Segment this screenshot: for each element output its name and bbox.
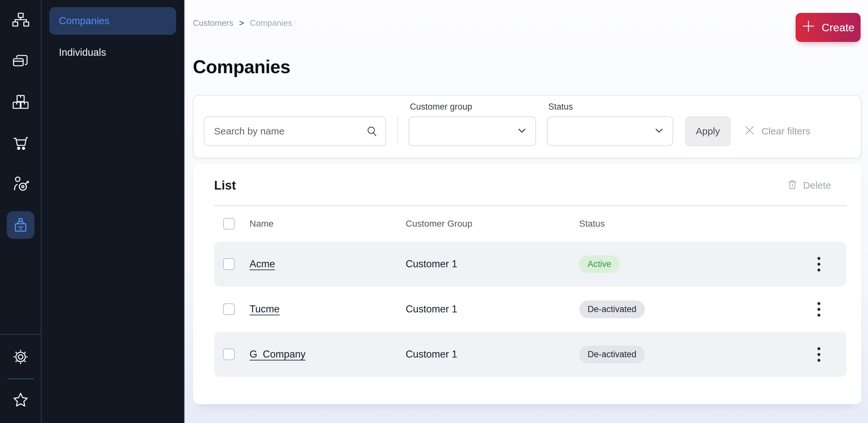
payments-card-icon [11, 52, 30, 70]
customers-badge-icon [11, 216, 30, 234]
list-card: List Delete Name Customer Group Status A [193, 163, 862, 404]
customers-subnav: Companies Individuals [41, 0, 184, 423]
customer-group-cell: Customer 1 [406, 303, 579, 315]
apply-button[interactable]: Apply [685, 116, 731, 146]
column-header-customer-group: Customer Group [406, 219, 579, 229]
status-badge: Active [579, 255, 620, 273]
status-field: Status [547, 102, 673, 146]
cart-icon [11, 134, 30, 152]
rail-divider [0, 334, 41, 335]
sidebar-item-customers[interactable] [7, 211, 34, 239]
row-menu-button[interactable] [809, 251, 828, 277]
row-checkbox[interactable] [223, 303, 235, 315]
breadcrumb: Customers > Companies [193, 13, 292, 28]
company-name-link[interactable]: Tucme [250, 303, 280, 315]
table-row: G CompanyCustomer 1De-activated [214, 332, 846, 377]
clear-filters-label: Clear filters [762, 126, 810, 137]
search-input[interactable] [204, 116, 386, 146]
breadcrumb-separator: > [239, 18, 244, 28]
breadcrumb-companies: Companies [250, 18, 292, 28]
sidebar-item-settings[interactable] [7, 343, 34, 371]
filters-card: Customer group Status [193, 95, 862, 158]
star-icon [11, 391, 30, 409]
sidebar-item-companies[interactable]: Companies [49, 7, 176, 35]
sidebar-item-payments[interactable] [7, 48, 34, 75]
products-boxes-icon [11, 93, 30, 111]
page-title: Companies [193, 56, 862, 77]
chevron-down-icon [654, 125, 664, 137]
customer-group-label: Customer group [409, 102, 536, 112]
trash-icon [787, 179, 798, 192]
icon-rail [0, 0, 41, 423]
filter-divider [397, 116, 398, 146]
rail-bottom [0, 334, 41, 423]
delete-button[interactable]: Delete [787, 179, 846, 192]
status-badge: De-activated [579, 301, 645, 318]
row-checkbox[interactable] [223, 258, 235, 270]
status-select[interactable] [547, 116, 673, 146]
table-row: TucmeCustomer 1De-activated [214, 287, 846, 332]
status-label: Status [547, 102, 673, 112]
list-title: List [214, 179, 236, 193]
table-header-row: Name Customer Group Status [214, 206, 846, 242]
sidebar-item-structure[interactable] [7, 6, 34, 34]
table-row: AcmeCustomer 1Active [214, 242, 846, 287]
subnav-individuals-label: Individuals [59, 47, 106, 58]
sidebar-item-audience[interactable] [7, 170, 34, 198]
row-menu-button[interactable] [809, 341, 828, 367]
breadcrumb-customers[interactable]: Customers [193, 18, 234, 28]
sidebar-item-individuals[interactable]: Individuals [49, 39, 176, 66]
sidebar-item-orders[interactable] [7, 129, 34, 157]
sitemap-icon [11, 11, 30, 29]
company-name-link[interactable]: Acme [250, 258, 275, 270]
select-all-checkbox[interactable] [223, 218, 235, 230]
column-header-status: Status [579, 219, 795, 229]
row-checkbox[interactable] [223, 348, 235, 360]
table-body: AcmeCustomer 1ActiveTucmeCustomer 1De-ac… [214, 242, 846, 377]
create-button[interactable]: Create [796, 13, 861, 42]
customer-group-cell: Customer 1 [406, 348, 579, 360]
column-header-name: Name [250, 219, 406, 229]
chevron-down-icon [517, 125, 527, 137]
main-content: Customers > Companies Create Companies [184, 0, 868, 423]
list-header: List Delete [214, 164, 846, 205]
status-badge: De-activated [579, 346, 645, 363]
customer-group-field: Customer group [409, 102, 536, 146]
rail-divider-short [7, 378, 34, 379]
delete-button-label: Delete [803, 180, 831, 191]
plus-icon [802, 19, 815, 35]
company-name-link[interactable]: G Company [250, 348, 306, 360]
row-menu-button[interactable] [809, 296, 828, 322]
close-icon [743, 124, 756, 139]
customer-group-select[interactable] [409, 116, 536, 146]
create-button-label: Create [822, 21, 855, 34]
search-wrap [204, 116, 386, 146]
clear-filters-button[interactable]: Clear filters [743, 116, 810, 146]
subnav-companies-label: Companies [59, 15, 110, 27]
sidebar-item-favorites[interactable] [7, 386, 34, 414]
customer-group-cell: Customer 1 [406, 258, 579, 270]
gear-icon [11, 348, 30, 366]
audience-target-icon [11, 175, 30, 193]
sidebar-item-products[interactable] [7, 88, 34, 116]
topbar: Customers > Companies Create [193, 13, 862, 42]
